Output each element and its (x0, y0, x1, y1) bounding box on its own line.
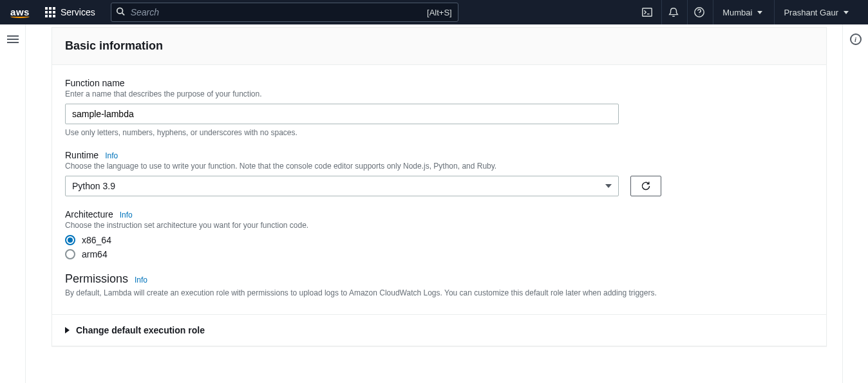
notifications-icon[interactable] (661, 0, 684, 24)
function-name-input[interactable] (65, 104, 619, 124)
region-label: Mumbai (722, 8, 752, 17)
chevron-down-icon (757, 11, 762, 14)
region-selector[interactable]: Mumbai (713, 0, 771, 24)
cloudshell-icon[interactable] (636, 0, 659, 24)
runtime-field: Runtime Info Choose the language to use … (65, 150, 813, 196)
permissions-description: By default, Lambda will create an execut… (65, 288, 813, 297)
function-name-label: Function name (65, 78, 813, 88)
left-rail (0, 24, 26, 383)
runtime-info-link[interactable]: Info (105, 151, 118, 160)
help-icon[interactable] (687, 0, 710, 24)
change-execution-role-expander[interactable]: Change default execution role (52, 315, 826, 346)
permissions-info-link[interactable]: Info (135, 276, 147, 285)
chevron-right-icon (65, 327, 70, 333)
aws-logo[interactable]: aws (10, 7, 30, 18)
architecture-label: Architecture (65, 209, 113, 220)
nav-icons: Mumbai Prashant Gaur (636, 0, 858, 24)
radio-label-arm64: arm64 (82, 249, 108, 259)
runtime-select[interactable]: Python 3.9 (65, 176, 619, 196)
refresh-runtimes-button[interactable] (630, 176, 661, 196)
svg-line-1 (122, 13, 124, 15)
architecture-info-link[interactable]: Info (120, 210, 133, 220)
chevron-down-icon (844, 11, 849, 14)
architecture-field: Architecture Info Choose the instruction… (65, 209, 813, 259)
panel-header: Basic information (52, 28, 826, 65)
services-menu-button[interactable]: Services (41, 5, 99, 20)
chevron-down-icon (605, 184, 612, 188)
architecture-radio-x86[interactable]: x86_64 (65, 235, 813, 245)
architecture-help: Choose the instruction set architecture … (65, 221, 813, 230)
services-grid-icon (45, 7, 55, 17)
search-shortcut-hint: [Alt+S] (427, 8, 452, 17)
sidebar-toggle-icon[interactable] (7, 33, 19, 45)
top-nav: aws Services [Alt+S] Mumbai Prashant Gau… (0, 0, 868, 24)
function-name-field: Function name Enter a name that describe… (65, 78, 813, 137)
architecture-radio-arm64[interactable]: arm64 (65, 249, 813, 259)
radio-icon (65, 249, 75, 259)
info-panel-toggle-icon[interactable]: i (850, 33, 862, 45)
radio-icon (65, 235, 75, 245)
user-label: Prashant Gaur (784, 8, 838, 17)
function-name-help: Enter a name that describes the purpose … (65, 89, 813, 98)
runtime-help: Choose the language to use to write your… (65, 162, 813, 171)
logo-smile-icon (10, 15, 30, 18)
svg-point-6 (699, 15, 699, 15)
expander-label: Change default execution role (76, 325, 205, 335)
search-wrap: [Alt+S] (111, 3, 458, 22)
services-label: Services (61, 7, 95, 17)
search-icon (116, 7, 125, 18)
svg-rect-2 (643, 8, 652, 17)
account-menu[interactable]: Prashant Gaur (774, 0, 858, 24)
permissions-heading: Permissions (65, 272, 128, 286)
basic-information-panel: Basic information Function name Enter a … (52, 27, 827, 346)
svg-point-0 (117, 8, 122, 14)
runtime-label: Runtime (65, 150, 99, 160)
function-name-hint: Use only letters, numbers, hyphens, or u… (65, 128, 813, 137)
search-input[interactable] (111, 3, 458, 22)
panel-title: Basic information (65, 39, 813, 53)
permissions-section: Permissions Info By default, Lambda will… (65, 272, 813, 297)
runtime-selected-value: Python 3.9 (72, 181, 115, 191)
content-scroll[interactable]: Basic information Function name Enter a … (26, 24, 842, 383)
right-rail: i (842, 24, 868, 383)
radio-label-x86: x86_64 (82, 235, 111, 245)
